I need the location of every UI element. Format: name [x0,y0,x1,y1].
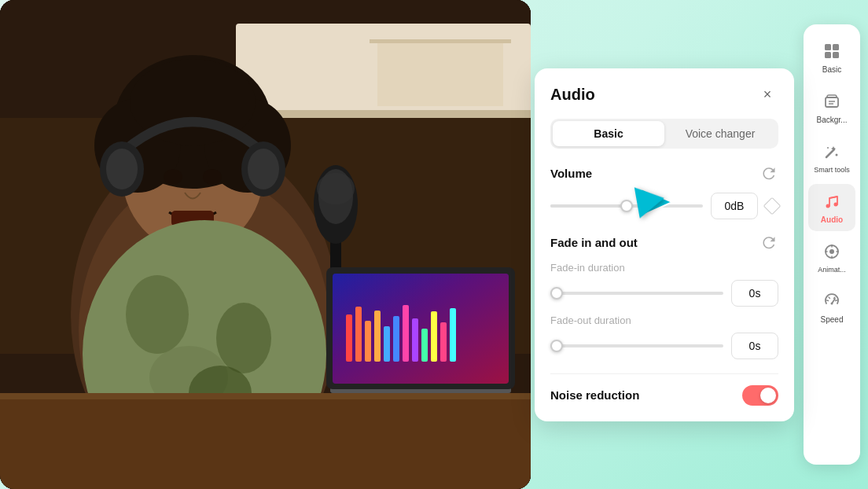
sidebar-item-audio[interactable]: Audio [808,184,855,231]
volume-title: Volume [550,167,592,180]
svg-rect-41 [421,329,428,362]
noise-reduction-title: Noise reduction [550,388,639,402]
volume-header: Volume [550,164,778,183]
svg-rect-51 [833,44,839,50]
svg-point-16 [164,169,182,185]
animate-icon [821,241,843,263]
music-icon [821,190,843,212]
tab-basic[interactable]: Basic [553,121,664,146]
svg-line-73 [827,300,829,301]
fade-header: Fade in and out [550,233,778,252]
svg-line-57 [826,149,834,157]
panel-title: Audio [550,86,595,104]
sidebar-animate-label: Animat... [818,266,846,274]
toggle-thumb [760,388,776,403]
svg-rect-40 [412,318,418,362]
sidebar-smart-tools-label: Smart tools [814,166,850,175]
background-image [0,0,531,489]
sidebar-item-smart-tools[interactable]: Smart tools [808,134,855,181]
sidebar-background-label: Backgr... [817,116,848,125]
svg-rect-38 [393,316,399,362]
svg-rect-36 [374,311,381,362]
svg-rect-43 [440,322,447,362]
svg-line-62 [829,197,837,198]
fade-in-row: 0s [550,280,778,307]
svg-point-61 [834,202,838,206]
svg-point-70 [831,302,833,304]
svg-line-71 [829,297,830,299]
tab-voice-changer[interactable]: Voice changer [664,121,776,146]
svg-point-59 [827,147,829,149]
fade-in-slider-track[interactable] [550,292,723,295]
svg-rect-44 [450,308,456,362]
svg-point-28 [318,169,353,224]
svg-rect-42 [431,311,437,362]
sidebar-item-speed[interactable]: Speed [808,284,855,331]
svg-rect-45 [0,393,531,489]
svg-rect-37 [384,326,390,362]
fade-reset-button[interactable] [760,233,778,252]
fade-in-thumb[interactable] [550,287,563,300]
svg-rect-33 [346,314,352,362]
svg-rect-48 [377,43,503,106]
volume-slider-fill [550,204,627,208]
svg-rect-35 [365,321,371,362]
svg-rect-46 [0,393,531,399]
grid-icon [821,40,843,62]
svg-point-22 [216,303,271,373]
sidebar-item-background[interactable]: Backgr... [808,84,855,131]
layers-icon [821,90,843,112]
sidebar-basic-label: Basic [822,65,841,75]
svg-marker-49 [641,189,672,216]
noise-reduction-section: Noise reduction [550,373,778,406]
speed-icon [821,290,843,312]
svg-rect-52 [825,52,831,58]
volume-slider-thumb[interactable] [620,200,633,212]
sidebar: Basic Backgr... [804,24,860,465]
fade-section: Fade in and out Fade-in duration 0s Fade… [550,233,778,359]
svg-point-21 [126,275,189,354]
noise-reduction-toggle[interactable] [742,385,778,406]
svg-point-64 [829,249,834,254]
svg-rect-50 [825,44,831,50]
svg-point-13 [106,149,138,189]
svg-point-60 [826,204,830,208]
svg-point-17 [203,169,222,185]
sidebar-item-animate[interactable]: Animat... [808,234,855,281]
wand-icon [821,141,843,163]
svg-rect-47 [370,39,511,43]
fade-title: Fade in and out [550,236,638,249]
reset-icon [763,167,775,180]
volume-value[interactable]: 0dB [711,193,758,219]
fade-in-label: Fade-in duration [550,262,778,274]
svg-rect-34 [355,307,362,362]
tab-switcher: Basic Voice changer [550,119,778,149]
main-panel-area: Audio × Basic Voice changer Volume [498,0,868,489]
svg-point-58 [836,154,838,156]
fade-in-value[interactable]: 0s [731,280,778,307]
sidebar-speed-label: Speed [821,315,844,325]
fade-out-row: 0s [550,333,778,359]
fade-out-value[interactable]: 0s [731,333,778,359]
volume-reset-button[interactable] [760,164,778,183]
fade-out-thumb[interactable] [550,340,563,352]
fade-out-label: Fade-out duration [550,314,778,326]
volume-slider-track[interactable] [550,204,703,208]
svg-line-74 [836,300,837,301]
svg-rect-39 [403,305,409,362]
audio-panel: Audio × Basic Voice changer Volume [535,68,794,421]
panel-header: Audio × [550,84,778,106]
svg-point-15 [248,149,279,189]
svg-rect-53 [833,52,839,58]
fade-out-slider-track[interactable] [550,344,723,347]
fade-reset-icon [763,237,775,249]
svg-rect-54 [826,97,838,107]
diamond-button[interactable] [763,197,782,215]
close-button[interactable]: × [756,84,778,106]
sidebar-item-basic[interactable]: Basic [808,34,855,81]
sidebar-audio-label: Audio [821,215,843,225]
